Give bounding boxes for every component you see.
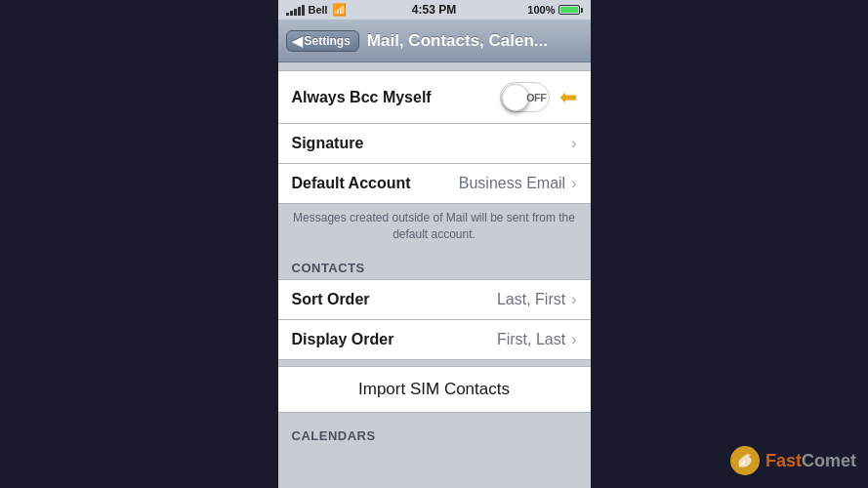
status-bar: Bell 📶 4:53 PM 100% xyxy=(278,0,591,20)
mail-section: Always Bcc Myself OFF ⬅ Signature › Def xyxy=(278,70,591,204)
mail-footer: Messages created outside of Mail will be… xyxy=(278,204,591,253)
watermark-fast: Fast xyxy=(765,451,802,470)
watermark-comet: Comet xyxy=(802,451,856,470)
toggle-off-label: OFF xyxy=(526,92,547,103)
signature-cell[interactable]: Signature › xyxy=(278,124,591,164)
signal-icon xyxy=(286,5,305,16)
watermark-text: FastComet xyxy=(765,451,856,471)
default-account-label: Default Account xyxy=(292,175,411,192)
nav-title: Mail, Contacts, Calen... xyxy=(367,31,583,51)
display-order-chevron-icon: › xyxy=(571,331,576,348)
battery-percent: 100% xyxy=(527,4,555,16)
signature-right: › xyxy=(571,135,576,152)
sort-order-chevron-icon: › xyxy=(571,291,576,308)
status-left: Bell 📶 xyxy=(286,3,347,17)
always-bcc-cell: Always Bcc Myself OFF ⬅ xyxy=(278,70,591,124)
always-bcc-right: OFF ⬅ xyxy=(500,82,577,112)
default-account-value: Business Email xyxy=(459,175,565,192)
display-order-value: First, Last xyxy=(497,331,565,348)
always-bcc-toggle[interactable]: OFF xyxy=(500,82,550,112)
import-sim-button[interactable]: Import SIM Contacts xyxy=(278,366,591,413)
back-arrow-icon: ◀ xyxy=(292,34,303,48)
default-account-cell[interactable]: Default Account Business Email › xyxy=(278,164,591,204)
contacts-header: Contacts xyxy=(278,253,591,279)
back-button[interactable]: ◀ Settings xyxy=(286,30,359,52)
contacts-section: Sort Order Last, First › Display Order F… xyxy=(278,279,591,360)
display-order-label: Display Order xyxy=(292,331,394,348)
battery-icon xyxy=(558,5,583,15)
wifi-icon: 📶 xyxy=(332,3,347,17)
sort-order-label: Sort Order xyxy=(292,291,370,308)
sort-order-right: Last, First › xyxy=(497,291,577,308)
calendars-header: Calendars xyxy=(278,421,591,447)
default-account-chevron-icon: › xyxy=(571,175,576,192)
mail-footer-text: Messages created outside of Mail will be… xyxy=(293,211,575,241)
sort-order-value: Last, First xyxy=(497,291,565,308)
default-account-right: Business Email › xyxy=(459,175,577,192)
watermark: FastComet xyxy=(729,445,856,476)
content-area: Always Bcc Myself OFF ⬅ Signature › Def xyxy=(278,62,591,488)
fastcomet-icon xyxy=(729,445,761,476)
sort-order-cell[interactable]: Sort Order Last, First › xyxy=(278,279,591,320)
signature-chevron-icon: › xyxy=(571,135,576,152)
nav-bar: ◀ Settings Mail, Contacts, Calen... xyxy=(278,20,591,62)
annotation-arrow-icon: ⬅ xyxy=(559,85,577,110)
status-right: 100% xyxy=(527,4,582,16)
time-label: 4:53 PM xyxy=(412,3,456,17)
carrier-label: Bell xyxy=(309,4,328,16)
always-bcc-label: Always Bcc Myself xyxy=(292,89,432,106)
import-sim-label: Import SIM Contacts xyxy=(358,380,510,398)
phone-frame: Bell 📶 4:53 PM 100% ◀ Settings Mail, Con… xyxy=(278,0,591,488)
display-order-right: First, Last › xyxy=(497,331,577,348)
back-label: Settings xyxy=(305,34,351,48)
signature-label: Signature xyxy=(292,135,364,152)
display-order-cell[interactable]: Display Order First, Last › xyxy=(278,320,591,360)
